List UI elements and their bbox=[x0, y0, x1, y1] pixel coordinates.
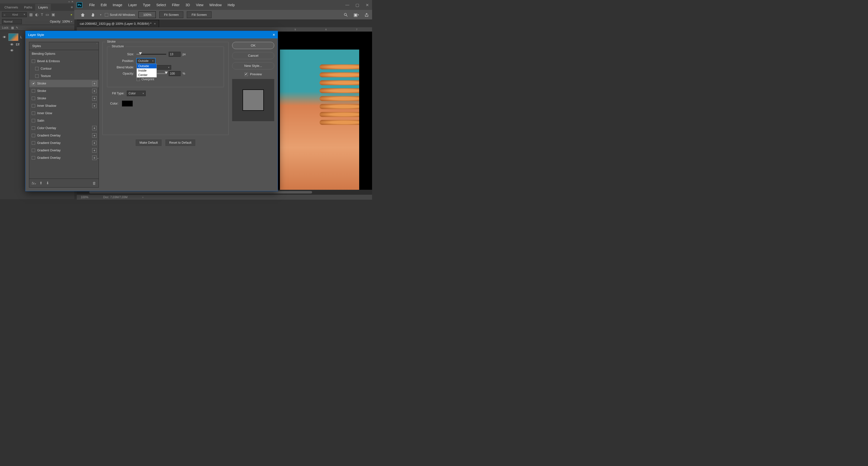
opacity-input[interactable] bbox=[169, 71, 181, 76]
close-icon[interactable]: ✕ bbox=[362, 0, 372, 10]
style-item-color-overlay[interactable]: Color Overlay + bbox=[29, 124, 99, 132]
style-item-stroke[interactable]: Stroke + bbox=[29, 80, 99, 87]
dropdown-item-inside[interactable]: Inside bbox=[137, 68, 157, 73]
filter-adjust-icon[interactable]: ◐ bbox=[35, 12, 38, 17]
lock-brush-icon[interactable]: ✎ bbox=[16, 26, 18, 29]
styles-header[interactable]: Styles bbox=[29, 42, 99, 50]
checkbox-icon[interactable] bbox=[32, 141, 35, 145]
filter-shape-icon[interactable]: ▭ bbox=[45, 12, 49, 17]
kind-select[interactable]: ⌕ Kind ▾ bbox=[2, 12, 27, 17]
tab-paths[interactable]: Paths bbox=[21, 4, 35, 11]
move-up-icon[interactable]: ⬆ bbox=[39, 181, 42, 185]
lock-transparent-icon[interactable]: ▦ bbox=[11, 26, 14, 29]
maximize-icon[interactable]: ▢ bbox=[352, 0, 362, 10]
add-style-icon[interactable]: + bbox=[92, 89, 97, 93]
make-default-button[interactable]: Make Default bbox=[136, 139, 161, 146]
blending-options-item[interactable]: Blending Options bbox=[29, 50, 99, 58]
menu-file[interactable]: File bbox=[86, 0, 98, 10]
add-style-icon[interactable]: + bbox=[92, 141, 97, 145]
fill-screen-button[interactable]: Fill Screen bbox=[187, 11, 211, 18]
status-docinfo[interactable]: Doc: 7,03M/7,03M bbox=[103, 195, 128, 199]
style-item-stroke[interactable]: Stroke + bbox=[29, 95, 99, 102]
move-down-icon[interactable]: ⬇ bbox=[46, 181, 49, 185]
checkbox-icon[interactable] bbox=[35, 74, 39, 78]
add-style-icon[interactable]: + bbox=[92, 126, 97, 130]
menu-edit[interactable]: Edit bbox=[98, 0, 110, 10]
checkbox-icon[interactable] bbox=[32, 119, 35, 122]
menu-type[interactable]: Type bbox=[140, 0, 153, 10]
scroll-all-checkbox[interactable]: Scroll All Windows bbox=[105, 13, 135, 17]
style-item-stroke[interactable]: Stroke + bbox=[29, 87, 99, 95]
ok-button[interactable]: OK bbox=[232, 42, 274, 49]
overprint-row[interactable]: Overprint bbox=[136, 77, 219, 81]
menu-layer[interactable]: Layer bbox=[125, 0, 140, 10]
tab-channels[interactable]: Channels bbox=[1, 4, 21, 11]
filter-type-icon[interactable]: T bbox=[41, 12, 43, 17]
reset-default-button[interactable]: Reset to Default bbox=[165, 139, 195, 146]
dropdown-item-center[interactable]: Center bbox=[137, 73, 157, 77]
dialog-titlebar[interactable]: Layer Style ✕ bbox=[26, 31, 278, 38]
share-icon[interactable] bbox=[363, 11, 370, 18]
menu-filter[interactable]: Filter bbox=[169, 0, 183, 10]
chevron-right-icon[interactable]: › bbox=[143, 195, 144, 199]
add-style-icon[interactable]: + bbox=[92, 156, 97, 160]
style-item-gradient-overlay[interactable]: Gradient Overlay + bbox=[29, 132, 99, 139]
slider-thumb-icon[interactable] bbox=[165, 71, 168, 74]
blend-mode-select[interactable]: Normal bbox=[2, 19, 22, 24]
chevron-down-icon[interactable]: ▾ bbox=[71, 20, 72, 23]
checkbox-icon[interactable] bbox=[32, 82, 35, 85]
style-item-texture[interactable]: Texture bbox=[29, 72, 99, 80]
status-zoom[interactable]: 100% bbox=[81, 195, 88, 199]
filter-pixel-icon[interactable]: ▦ bbox=[29, 12, 33, 17]
add-style-icon[interactable]: + bbox=[92, 133, 97, 138]
checkbox-icon[interactable] bbox=[32, 149, 35, 152]
add-style-icon[interactable]: + bbox=[92, 103, 97, 108]
checkbox-icon[interactable] bbox=[32, 59, 35, 63]
style-item-satin[interactable]: Satin bbox=[29, 117, 99, 124]
search-icon[interactable] bbox=[342, 11, 349, 18]
color-swatch[interactable] bbox=[122, 101, 133, 106]
checkbox-icon[interactable] bbox=[32, 156, 35, 159]
menu-select[interactable]: Select bbox=[153, 0, 169, 10]
document-tab[interactable]: cat-2068462_1920.jpg @ 100% (Layer 0, RG… bbox=[77, 20, 159, 27]
visibility-icon[interactable]: 👁 bbox=[2, 35, 6, 39]
size-slider[interactable] bbox=[136, 54, 166, 55]
style-item-bevel[interactable]: Bevel & Emboss bbox=[29, 58, 99, 65]
hand-tool-icon[interactable] bbox=[90, 11, 97, 18]
dropdown-item-outside[interactable]: Outside bbox=[137, 64, 157, 68]
chevron-down-icon[interactable]: ▾ bbox=[100, 13, 101, 16]
preview-checkbox[interactable]: Preview bbox=[232, 72, 274, 76]
cancel-button[interactable]: Cancel bbox=[232, 52, 274, 59]
checkbox-icon[interactable] bbox=[32, 112, 35, 115]
scrollbar-thumb[interactable] bbox=[89, 191, 312, 193]
filter-smart-icon[interactable]: ▣ bbox=[52, 12, 55, 17]
menu-3d[interactable]: 3D bbox=[183, 0, 193, 10]
add-style-icon[interactable]: + bbox=[92, 96, 97, 101]
checkbox-icon[interactable] bbox=[136, 77, 140, 81]
style-item-gradient-overlay[interactable]: Gradient Overlay + bbox=[29, 154, 99, 161]
checkbox-icon[interactable] bbox=[32, 134, 35, 137]
scroll-up-icon[interactable]: ˄ bbox=[96, 43, 98, 45]
checkbox-icon[interactable] bbox=[35, 67, 39, 70]
menu-view[interactable]: View bbox=[193, 0, 206, 10]
fill-type-select[interactable]: Color ▾ bbox=[127, 91, 146, 96]
style-item-inner-shadow[interactable]: Inner Shadow + bbox=[29, 102, 99, 110]
trash-icon[interactable]: 🗑 bbox=[92, 181, 96, 185]
menu-help[interactable]: Help bbox=[225, 0, 238, 10]
menu-image[interactable]: Image bbox=[110, 0, 125, 10]
checkbox-icon[interactable] bbox=[32, 89, 35, 93]
minimize-icon[interactable]: — bbox=[342, 0, 352, 10]
checkbox-icon[interactable] bbox=[32, 97, 35, 100]
checkbox-icon[interactable] bbox=[32, 126, 35, 130]
new-style-button[interactable]: New Style... bbox=[232, 62, 274, 69]
visibility-icon[interactable]: 👁 bbox=[10, 42, 14, 46]
dialog-close-icon[interactable]: ✕ bbox=[273, 33, 275, 37]
checkbox-icon[interactable] bbox=[32, 104, 35, 107]
style-item-inner-glow[interactable]: Inner Glow bbox=[29, 110, 99, 117]
opacity-value[interactable]: 100% bbox=[62, 20, 70, 23]
tab-layers[interactable]: Layers bbox=[35, 4, 51, 11]
fit-screen-button[interactable]: Fit Screen bbox=[159, 11, 183, 18]
add-style-icon[interactable]: + bbox=[92, 81, 97, 86]
filter-toggle-icon[interactable]: ● bbox=[70, 13, 72, 17]
tab-close-icon[interactable]: × bbox=[154, 22, 156, 26]
